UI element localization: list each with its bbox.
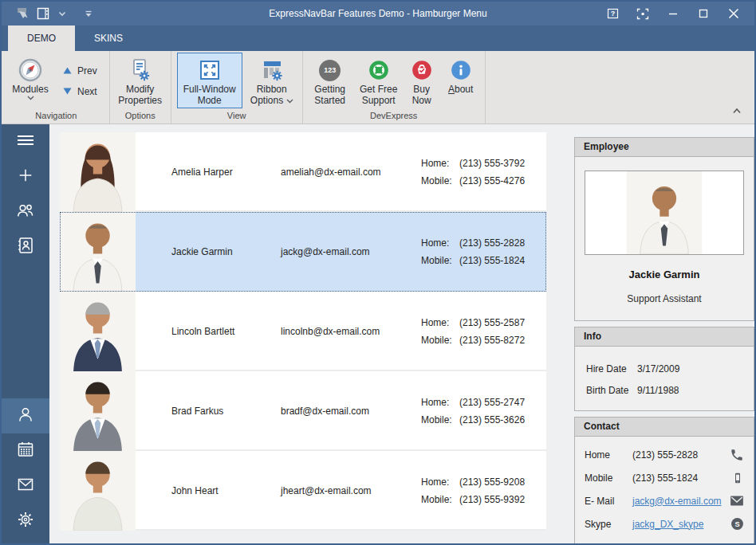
about-button[interactable]: About <box>441 53 481 109</box>
home-phone-label: Home: <box>421 397 459 408</box>
employee-photo <box>60 212 136 292</box>
help-button[interactable]: ? <box>598 3 627 24</box>
employee-row[interactable]: Jackie Garminjackg@dx-email.comHome:(213… <box>60 212 546 292</box>
buy-now-button[interactable]: Buy Now <box>404 53 439 109</box>
info-label: Birth Date <box>586 385 637 396</box>
get-free-support-label: Get Free Support <box>355 84 403 106</box>
tab-demo[interactable]: DEMO <box>8 25 75 51</box>
hamburger-icon <box>15 131 36 152</box>
minimize-button[interactable] <box>659 3 687 24</box>
maximize-button[interactable] <box>689 3 718 24</box>
mobile-phone-label: Mobile: <box>421 255 459 266</box>
full-window-label: Full-Window Mode <box>178 84 242 106</box>
sidebar-item-mail[interactable] <box>2 469 49 504</box>
sidebar-item-calendar[interactable] <box>2 433 49 469</box>
group-label-navigation: Navigation <box>7 109 105 124</box>
contact-link[interactable]: jackg_DX_skype <box>632 519 703 530</box>
mobile-phone-label: Mobile: <box>421 414 459 425</box>
info-icon <box>450 57 472 84</box>
employee-panel: Employee Jackie Garmin Support Assistant <box>574 137 754 321</box>
employee-photo <box>60 132 136 212</box>
info-panel-body: Hire Date3/17/2009Birth Date9/11/1988 <box>575 347 754 410</box>
modules-label: Modules <box>12 84 48 95</box>
home-phone-label: Home: <box>421 237 459 249</box>
employee-list-area: Amelia Harperameliah@dx-email.comHome:(2… <box>49 124 565 543</box>
chevron-down-icon <box>27 96 34 100</box>
modules-button[interactable]: Modules <box>7 53 53 109</box>
sidebar-item-address-book[interactable] <box>2 229 49 265</box>
skype-icon[interactable]: S <box>726 517 744 531</box>
mobile-phone-label: Mobile: <box>421 494 459 505</box>
mobile-phone-label: Mobile: <box>421 335 459 346</box>
modify-properties-button[interactable]: Modify Properties <box>114 53 167 109</box>
employee-row[interactable]: Amelia Harperameliah@dx-email.comHome:(2… <box>60 132 546 212</box>
detail-employee-title: Support Assistant <box>585 293 744 304</box>
employee-phones: Home:(213) 555-2828Mobile:(213) 555-1824 <box>421 237 546 266</box>
contact-row: E- Mailjackg@dx-email.com <box>585 489 744 512</box>
employee-name: Jackie Garmin <box>136 246 281 257</box>
contact-row: Skypejackg_DX_skypeS <box>585 512 744 535</box>
info-row: Hire Date3/17/2009 <box>586 363 742 374</box>
contact-label: E- Mail <box>585 496 632 507</box>
employee-row[interactable]: Brad Farkusbradf@dx-email.comHome:(213) … <box>60 371 546 451</box>
plus-icon <box>17 167 34 187</box>
employee-photo <box>60 371 136 451</box>
employee-email: ameliah@dx-email.com <box>281 167 421 178</box>
mobile-phone-label: Mobile: <box>421 175 459 186</box>
people-icon <box>16 201 35 223</box>
ribbon: Modules Prev Next Navigation <box>2 51 754 124</box>
contact-link[interactable]: jackg@dx-email.com <box>632 496 722 507</box>
chevron-down-icon[interactable] <box>58 11 66 17</box>
contact-value: (213) 555-2828 <box>632 449 698 461</box>
next-button[interactable]: Next <box>63 86 97 97</box>
screen-mode-button[interactable] <box>628 3 657 24</box>
gear-icon <box>16 510 35 532</box>
navbar-window-icon[interactable] <box>37 7 51 20</box>
employee-phones: Home:(213) 555-2587Mobile:(213) 555-8272 <box>421 317 546 346</box>
envelope-icon[interactable] <box>726 495 744 507</box>
info-label: Hire Date <box>586 363 637 374</box>
sidebar-item-hamburger[interactable] <box>2 124 49 159</box>
sidebar-item-gear[interactable] <box>2 504 49 539</box>
mobile-phone-value: (213) 555-9392 <box>459 494 525 505</box>
full-window-mode-button[interactable]: Full-Window Mode <box>177 53 242 108</box>
employee-email: jackg@dx-email.com <box>281 246 421 257</box>
getting-started-button[interactable]: 123 Getting Started <box>307 53 353 109</box>
qat-customize-icon[interactable] <box>85 10 93 18</box>
employee-photo <box>60 292 136 371</box>
about-label: About <box>448 84 473 95</box>
info-panel-header: Info <box>575 327 754 347</box>
contact-value: (213) 555-1824 <box>632 472 698 484</box>
address-book-icon <box>16 236 35 258</box>
employee-name: John Heart <box>136 485 281 496</box>
contact-label: Skype <box>585 519 632 530</box>
close-button[interactable] <box>719 3 748 24</box>
ribbon-group-navigation: Modules Prev Next Navigation <box>3 51 110 124</box>
prev-button[interactable]: Prev <box>63 65 97 76</box>
employee-row[interactable]: John Heartjheart@dx-email.comHome:(213) … <box>60 451 546 531</box>
ribbon-options-button[interactable]: Ribbon Options <box>246 53 298 109</box>
sidebar-item-people[interactable] <box>2 194 49 229</box>
get-free-support-button[interactable]: Get Free Support <box>355 53 403 109</box>
calendar-icon <box>16 440 35 462</box>
svg-text:S: S <box>734 520 739 528</box>
ribbon-collapse-button[interactable] <box>732 103 742 117</box>
employee-photo <box>589 171 740 254</box>
employee-photo-cell <box>60 371 136 451</box>
phone-icon[interactable] <box>726 448 744 462</box>
titlebar: ExpressNavBar Features Demo - Hamburger … <box>2 2 754 25</box>
home-phone-label: Home: <box>421 317 459 328</box>
group-label-options: Options <box>114 109 167 124</box>
employee-photo-cell <box>60 212 136 292</box>
employee-row[interactable]: Lincoln Bartlettlincolnb@dx-email.comHom… <box>60 292 546 371</box>
contact-panel-body: Home(213) 555-2828Mobile(213) 555-1824E-… <box>575 437 754 543</box>
home-phone-value: (213) 555-2587 <box>459 317 525 328</box>
sidebar-item-person[interactable] <box>2 398 49 433</box>
sidebar-item-plus[interactable] <box>2 159 49 194</box>
employee-photo-cell <box>60 292 136 371</box>
mobile-icon[interactable] <box>726 471 744 485</box>
home-phone-label: Home: <box>421 476 459 488</box>
mobile-phone-value: (213) 555-1824 <box>459 255 525 266</box>
employee-name: Amelia Harper <box>136 167 281 178</box>
tab-skins[interactable]: SKINS <box>75 25 142 51</box>
